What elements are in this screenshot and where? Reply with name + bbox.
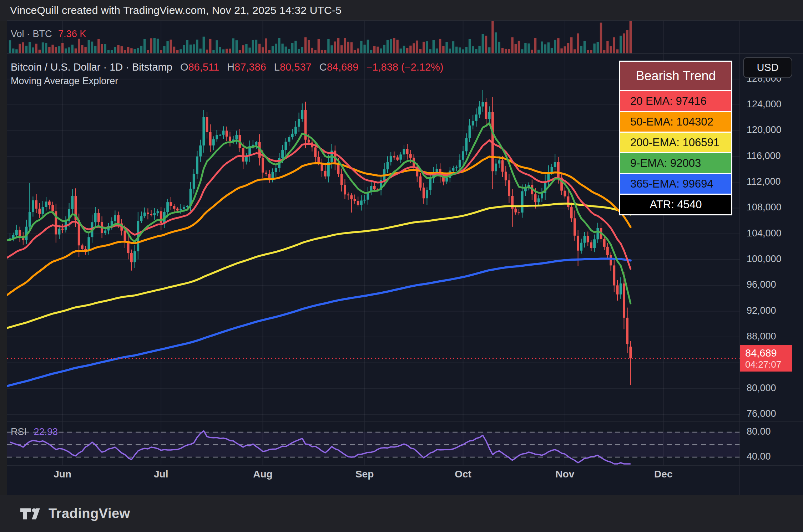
price-axis-label: 124,000 [747,99,782,110]
time-axis-label: Jun [46,469,79,480]
rsi-value: 22.93 [34,426,58,437]
price-axis-label: 108,000 [747,202,782,213]
time-axis-label: Oct [447,469,479,480]
ohlc-low-label: L80,537 [274,61,312,73]
legend-row-ema50: 50-EMA: 104302 [620,112,731,132]
price-axis-label: 112,000 [747,176,781,187]
symbol-title: Bitcoin / U.S. Dollar · 1D · Bitstamp [11,61,172,73]
rsi-label: RSI [11,426,27,437]
ohlc-open-value: 86,511 [188,61,219,73]
tradingview-logo-icon[interactable] [20,507,41,521]
ohlc-high-label: H87,386 [227,61,266,73]
last-price-tag: 84,689 04:27:07 [740,345,792,372]
legend-row-ema9: 9-EMA: 92003 [620,153,731,173]
volume-label: Vol [11,29,24,39]
symbol-title-row[interactable]: Bitcoin / U.S. Dollar · 1D · Bitstamp O8… [11,61,443,73]
time-axis-label: Nov [549,469,581,480]
price-axis-label: 104,000 [747,228,782,239]
rsi-axis-label: 80.00 [747,426,771,437]
legend-row-ema20: 20 EMA: 97416 [620,91,731,111]
price-axis-label: 92,000 [747,305,776,316]
price-axis-label: 76,000 [747,408,776,419]
tradingview-wordmark[interactable]: TradingView [49,506,130,521]
footer-bar: TradingView [0,495,803,532]
rsi-legend[interactable]: RSI 22.93 [11,426,58,438]
ohlc-change: −1,838 (−2.12%) [366,61,443,73]
price-axis-label: 100,000 [747,254,782,265]
ohlc-low-value: 80,537 [280,61,312,73]
price-axis-label: 80,000 [747,383,776,394]
indicator-title[interactable]: Moving Average Explorer [11,76,118,87]
tradingview-snapshot: VinceQuill created with TradingView.com,… [0,0,803,532]
ohlc-close-label: C84,689 [319,61,359,73]
price-axis-label: 88,000 [747,331,776,342]
time-axis-label: Sep [349,469,381,480]
rsi-axis-label: 40.00 [747,451,771,462]
volume-dot: · [27,29,30,39]
legend-row-atr: ATR: 4540 [620,195,731,214]
currency-toggle-button[interactable]: USD [743,57,792,78]
price-axis-label: 116,000 [747,150,781,162]
trend-legend-box: Bearish Trend 20 EMA: 97416 50-EMA: 1043… [619,61,732,215]
ohlc-high-value: 87,386 [234,61,266,73]
legend-row-ema365: 365-EMA: 99694 [620,174,731,194]
volume-legend[interactable]: Vol · BTC 7.36 K [11,29,86,40]
bar-countdown: 04:27:07 [745,359,792,370]
price-axis-label: 120,000 [747,124,782,135]
time-axis-label: Aug [247,469,279,480]
legend-row-ema200: 200-EMA: 106591 [620,133,731,152]
trend-status-badge: Bearish Trend [620,62,731,90]
ohlc-close-value: 84,689 [327,61,359,73]
ohlc-open-label: O86,511 [180,61,219,73]
volume-symbol: BTC [33,29,52,39]
time-axis-label: Dec [647,469,680,480]
volume-value: 7.36 K [58,29,86,39]
time-axis-label: Jul [145,469,177,480]
last-price-value: 84,689 [745,347,792,359]
price-axis-label: 96,000 [747,279,776,290]
